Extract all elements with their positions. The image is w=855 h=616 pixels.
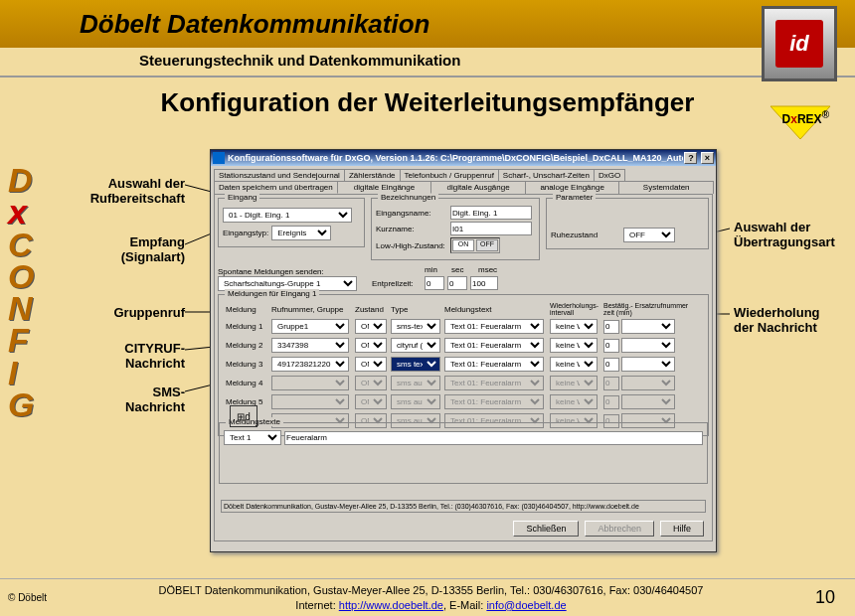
interval-select[interactable]: keine W (550, 338, 598, 353)
ersatz-select[interactable] (621, 338, 675, 353)
table-row: Meldung 3491723821220ONsms textText 01: … (225, 356, 702, 373)
zeit-input[interactable] (603, 320, 619, 334)
lowhigh-toggle[interactable]: ONOFF (450, 237, 500, 253)
text-select[interactable]: Text 1 (224, 430, 281, 445)
zustand-select[interactable]: ON (355, 357, 387, 372)
tab[interactable]: Systemdaten (618, 181, 714, 194)
meldtext-select[interactable]: Text 01: Feueralarm (444, 357, 544, 372)
group-meld-title: Meldungen für Eingang 1 (225, 289, 319, 298)
eingangsname-input[interactable] (450, 206, 532, 220)
tab[interactable]: Stationszustand und Sendejournal (214, 169, 345, 181)
ruf-select[interactable]: Gruppe1 (271, 319, 349, 334)
company-logo: id (762, 6, 837, 81)
product-sidebar-label: DxCONFIG (8, 164, 34, 420)
page-title: Konfiguration der Weiterleitungsempfänge… (0, 87, 855, 118)
tab[interactable]: digitale Eingänge (337, 181, 432, 194)
entprell-min[interactable] (425, 276, 444, 290)
ersatz-select[interactable] (621, 376, 675, 390)
interval-select[interactable]: keine W (550, 394, 598, 409)
meldtext-select[interactable]: Text 01: Feueralarm (444, 338, 544, 353)
close-icon[interactable]: × (701, 152, 714, 164)
ruf-select[interactable] (271, 376, 349, 390)
eingangstyp-select[interactable]: Ereignis (271, 226, 331, 240)
tab[interactable]: digitale Ausgänge (430, 181, 526, 194)
type-select[interactable]: sms auto (391, 376, 440, 390)
ruf-select[interactable]: 3347398 (271, 338, 349, 353)
meldungen-table: Meldung Rufnummer, Gruppe Zustand Type M… (223, 300, 704, 431)
ruhezustand-label: Ruhezustand (551, 231, 620, 239)
zustand-select[interactable]: ON (355, 338, 387, 353)
entprell-label: Entprellzeit: (372, 279, 422, 288)
zeit-input[interactable] (603, 377, 619, 390)
ruf-select[interactable]: 491723821220 (271, 357, 349, 372)
help-button[interactable]: Hilfe (660, 521, 704, 537)
group-eingang-title: Eingang (225, 193, 259, 202)
meldtext-select[interactable]: Text 01: Feueralarm (444, 394, 544, 409)
table-row: Meldung 1Gruppe1ONsms-text_Text 01: Feue… (225, 318, 702, 335)
tab-row-2: Daten speichern und übertragendigitale E… (211, 181, 716, 194)
zustand-select[interactable]: ON (355, 376, 387, 390)
type-select[interactable]: sms text (391, 357, 440, 372)
annot-cityruf: CITYRUF-Nachricht (66, 342, 185, 372)
ersatz-select[interactable] (621, 319, 675, 334)
ersatz-select[interactable] (621, 357, 675, 372)
interval-select[interactable]: keine W (550, 376, 598, 390)
group-parameter: Parameter RuhezustandOFF (546, 198, 709, 249)
eingangstyp-label: Eingangstyp: (223, 229, 268, 237)
type-select[interactable]: cityruf (al (391, 338, 440, 353)
table-row: Meldung 23347398ONcityruf (alText 01: Fe… (225, 337, 702, 354)
help-icon[interactable]: ? (684, 152, 697, 164)
entprell-sec[interactable] (447, 276, 467, 290)
annot-uebertragung: Auswahl derÜbertragungsart (734, 221, 843, 250)
page-footer: © Döbelt DÖBELT Datenkommunikation, Gust… (0, 578, 855, 616)
type-select[interactable]: sms-text_ (391, 319, 440, 334)
zeit-input[interactable] (603, 395, 619, 409)
footer-link-web[interactable]: http://www.doebelt.de (339, 599, 443, 611)
zeit-input[interactable] (603, 339, 619, 353)
entprell-msec[interactable] (470, 276, 498, 290)
group-meldungstexte: Meldungstexte Text 1 ⊞d (219, 422, 708, 484)
dialog-title-text: Konfigurationssoftware für DxGO, Version… (228, 153, 683, 163)
page-number: 10 (815, 587, 835, 608)
config-dialog: Konfigurationssoftware für DxGO, Version… (210, 149, 717, 552)
zeit-input[interactable] (603, 358, 619, 372)
cancel-button: Abbrechen (585, 521, 654, 537)
tab[interactable]: DxGO (594, 169, 625, 181)
subtitle-bar: Steuerungstechnik und Datenkommunikation (0, 48, 855, 77)
vendor-logo-small: ⊞d (230, 405, 257, 427)
eingang-select[interactable]: 01 - Digit. Eing. 1 (223, 208, 352, 223)
kurzname-input[interactable] (450, 222, 532, 235)
company-title: Döbelt Datenkommunikation (80, 9, 429, 40)
ruhezustand-select[interactable]: OFF (623, 228, 675, 242)
spontane-label: Spontane Meldungen senden: (218, 267, 369, 276)
meldtext-select[interactable]: Text 01: Feueralarm (444, 376, 544, 390)
interval-select[interactable]: keine W (550, 357, 598, 372)
close-button[interactable]: Schließen (513, 521, 579, 537)
eingangsname-label: Eingangsname: (376, 209, 447, 218)
copyright: © Döbelt (8, 592, 47, 603)
tab-row-1: Stationszustand und SendejournalZählerst… (211, 166, 716, 181)
group-param-title: Parameter (553, 193, 596, 202)
interval-select[interactable]: keine W (550, 319, 598, 334)
zustand-select[interactable]: ON (355, 394, 387, 409)
type-select[interactable]: sms auto (391, 394, 440, 409)
table-row: Meldung 5ONsms autoText 01: Feueralarmke… (225, 393, 702, 410)
dxrex-label: DxREX® (782, 109, 829, 126)
meldtext-select[interactable]: Text 01: Feueralarm (444, 319, 544, 334)
annot-gruppenruf: Gruppenruf (66, 306, 185, 321)
group-meldungen: Meldungen für Eingang 1 Meldung Rufnumme… (218, 294, 709, 436)
table-row: Meldung 4ONsms autoText 01: Feueralarmke… (225, 375, 702, 391)
tab[interactable]: Scharf-, Unscharf-Zeiten (498, 169, 595, 181)
annot-sms: SMS-Nachricht (66, 385, 185, 415)
text-value-input[interactable] (284, 431, 703, 445)
footer-link-mail[interactable]: info@doebelt.de (486, 599, 566, 611)
ersatz-select[interactable] (621, 394, 675, 409)
ruf-select[interactable] (271, 394, 349, 409)
tab[interactable]: Telefonbuch / Gruppenruf (400, 169, 499, 181)
dialog-titlebar: Konfigurationssoftware für DxGO, Version… (211, 150, 716, 166)
annot-rufbereitschaft: Auswahl derRufbereitschaft (66, 177, 185, 207)
tab[interactable]: Zählerstände (344, 169, 401, 181)
subtitle-text: Steuerungstechnik und Datenkommunikation (139, 52, 460, 69)
zustand-select[interactable]: ON (355, 319, 387, 334)
status-bar: Döbelt Datenkommunikation, Gustav-Meyer-… (221, 500, 706, 513)
